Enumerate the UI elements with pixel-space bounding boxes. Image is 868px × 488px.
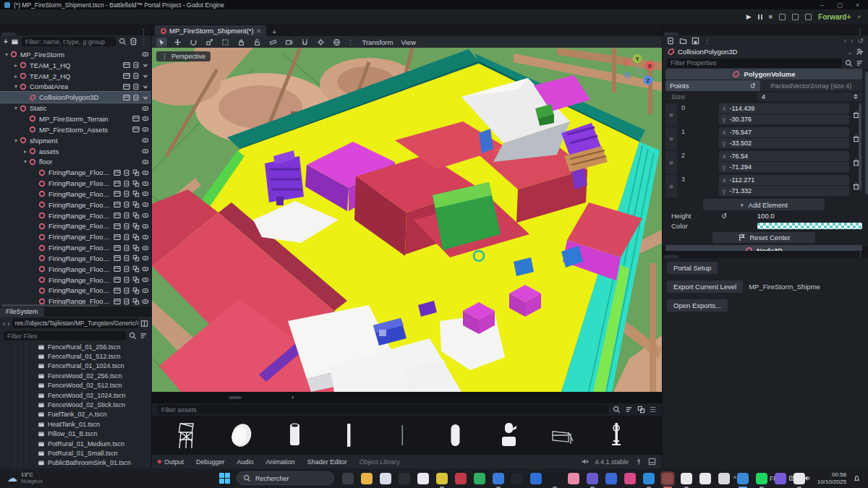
layers-icon[interactable] bbox=[132, 254, 140, 262]
instagram[interactable] bbox=[623, 471, 637, 486]
scene-tree-node[interactable]: FiringRange_Floor_A20 bbox=[0, 264, 151, 275]
resource-menu-icon[interactable]: ⋮ bbox=[704, 37, 711, 45]
y-value-field[interactable]: y-30.376 bbox=[719, 114, 849, 124]
file-item[interactable]: FuelTank_02_A.tscn bbox=[38, 410, 151, 419]
scene-tree-node[interactable]: ▾ Static bbox=[0, 103, 151, 114]
eye-icon[interactable] bbox=[142, 105, 149, 112]
eye-icon[interactable] bbox=[142, 298, 149, 305]
scene-tree-node[interactable]: ▸ assets bbox=[0, 146, 151, 157]
stop-icon[interactable]: ■ bbox=[769, 13, 773, 20]
scene-tree-node[interactable]: MP_FireStorm_Assets bbox=[0, 124, 151, 135]
unity[interactable] bbox=[548, 471, 562, 486]
file-item[interactable]: FenceRural_01_512.tscn bbox=[38, 351, 151, 361]
eye-icon[interactable] bbox=[142, 276, 149, 283]
file-item[interactable]: PotRural_01_Medium.tscn bbox=[38, 439, 151, 448]
asset-thumbnail[interactable] bbox=[333, 419, 365, 451]
clapper-icon[interactable] bbox=[114, 244, 121, 252]
camera-preview-icon[interactable] bbox=[284, 38, 294, 47]
perspective-menu[interactable]: ⋮ Perspective bbox=[156, 51, 210, 61]
circle-blue[interactable] bbox=[529, 471, 543, 486]
environment-icon[interactable] bbox=[331, 38, 342, 47]
eye-icon[interactable] bbox=[142, 212, 149, 219]
file-explorer[interactable] bbox=[359, 471, 374, 486]
expand-arrow-icon[interactable]: ▸ bbox=[12, 62, 20, 69]
dock-menu-icon[interactable]: ⋮ bbox=[854, 251, 867, 258]
renderer-select[interactable]: Forward+ bbox=[818, 13, 851, 21]
stepper-icon[interactable] bbox=[854, 94, 858, 99]
search-icon[interactable] bbox=[119, 38, 127, 46]
drag-handle-icon[interactable]: ≡ bbox=[665, 127, 677, 150]
layers-icon[interactable] bbox=[132, 180, 140, 187]
taskbar-weather[interactable]: ☁ 13°CNuageux bbox=[7, 472, 43, 484]
expand-arrow-icon[interactable]: ▸ bbox=[22, 148, 29, 155]
layers-icon[interactable] bbox=[132, 223, 140, 230]
open-exports-button[interactable]: Open Exports... bbox=[667, 299, 728, 312]
scene-tree-node[interactable]: FiringRange_Floor_A12 bbox=[0, 221, 151, 232]
drag-handle-icon[interactable]: ≡ bbox=[665, 175, 677, 197]
layers-icon[interactable] bbox=[132, 244, 140, 252]
octopus-pink[interactable] bbox=[566, 471, 581, 486]
inspector-scrollbar[interactable] bbox=[865, 72, 868, 194]
snap-icon[interactable] bbox=[299, 38, 310, 47]
scene-tree-node[interactable]: FiringRange_Floor_A22 bbox=[0, 275, 151, 286]
asset-thumbnail[interactable] bbox=[547, 419, 579, 451]
scene-tree-node[interactable]: FiringRange_Floor_A2 bbox=[0, 167, 151, 178]
transform-menu[interactable]: Transform bbox=[362, 38, 393, 46]
script-icon[interactable] bbox=[123, 201, 130, 208]
new-tab-icon[interactable]: + bbox=[272, 28, 276, 36]
sun-icon[interactable] bbox=[315, 38, 326, 47]
renderer-chevron-icon[interactable]: ˅ bbox=[857, 14, 861, 20]
sort-icon[interactable] bbox=[140, 332, 148, 340]
view-menu[interactable]: View bbox=[401, 38, 415, 46]
notifications-icon[interactable] bbox=[853, 474, 861, 482]
chevron-icon[interactable] bbox=[142, 83, 149, 90]
file-item[interactable]: FenceWood_02_1024.tscn bbox=[38, 390, 151, 400]
godot-editor[interactable] bbox=[660, 471, 675, 486]
asset-thumbnail[interactable] bbox=[226, 419, 258, 451]
layers-icon[interactable] bbox=[132, 234, 140, 241]
asset-thumbnail[interactable] bbox=[279, 419, 311, 451]
search-icon[interactable] bbox=[129, 332, 137, 340]
start-button[interactable] bbox=[219, 473, 230, 484]
toolbar-menu-icon[interactable]: ⋮ bbox=[347, 38, 354, 46]
chevron-icon[interactable] bbox=[142, 94, 149, 101]
points-property-row[interactable]: Points↺ PackedVector2Array (size 4) bbox=[665, 80, 862, 91]
file-item[interactable]: FenceWood_02_256.tscn bbox=[38, 371, 151, 380]
split-view-icon[interactable] bbox=[140, 320, 148, 328]
move-tool-icon[interactable] bbox=[172, 38, 183, 47]
extend-script-icon[interactable] bbox=[856, 48, 864, 56]
reset-center-button[interactable]: Reset Center bbox=[712, 232, 814, 243]
clapper-icon[interactable] bbox=[123, 61, 130, 69]
notes-red[interactable] bbox=[792, 471, 807, 486]
script-icon[interactable] bbox=[123, 223, 130, 230]
layers-icon[interactable] bbox=[132, 287, 140, 294]
expand-arrow-icon[interactable]: ▾ bbox=[3, 51, 10, 58]
script-icon[interactable] bbox=[132, 94, 140, 101]
eye-icon[interactable] bbox=[142, 244, 149, 252]
eye-icon[interactable] bbox=[142, 126, 149, 133]
eye-icon[interactable] bbox=[142, 180, 149, 187]
color-swatch[interactable] bbox=[757, 223, 862, 229]
bottom-panel-tab[interactable]: Debugger bbox=[193, 458, 225, 466]
layers-icon[interactable] bbox=[132, 201, 140, 208]
portal-setup-button[interactable]: Portal Setup bbox=[667, 262, 718, 274]
expand-arrow-icon[interactable]: ▾ bbox=[12, 137, 20, 144]
clapper-icon[interactable] bbox=[123, 94, 130, 101]
level-tab[interactable] bbox=[214, 396, 227, 399]
clapper-icon[interactable] bbox=[114, 276, 121, 283]
script-icon[interactable] bbox=[123, 287, 130, 294]
window-minimize-button[interactable]: – bbox=[820, 1, 828, 9]
viewport-3d[interactable]: ⋮ Perspective Y X Z bbox=[152, 48, 662, 392]
search-icon[interactable] bbox=[845, 59, 853, 67]
view-axis-gizmo[interactable]: Y X Z bbox=[618, 52, 656, 90]
tree-filter-input[interactable]: Filter: name, t:type, g:group bbox=[22, 37, 116, 46]
scene-tree-node[interactable]: FiringRange_Floor_A6 bbox=[0, 189, 151, 200]
lock-icon[interactable] bbox=[236, 38, 247, 47]
eye-icon[interactable] bbox=[142, 254, 149, 262]
taskbar-search[interactable]: Rechercher bbox=[237, 471, 334, 485]
scene-tree-node[interactable]: CollisionPolygon3D bbox=[0, 92, 151, 103]
bottom-panel-tab[interactable]: Output bbox=[158, 458, 184, 466]
add-element-button[interactable]: +Add Element bbox=[703, 199, 825, 210]
eye-icon[interactable] bbox=[142, 51, 149, 58]
scene-tree-node[interactable]: FiringRange_Floor_A16 bbox=[0, 242, 151, 253]
